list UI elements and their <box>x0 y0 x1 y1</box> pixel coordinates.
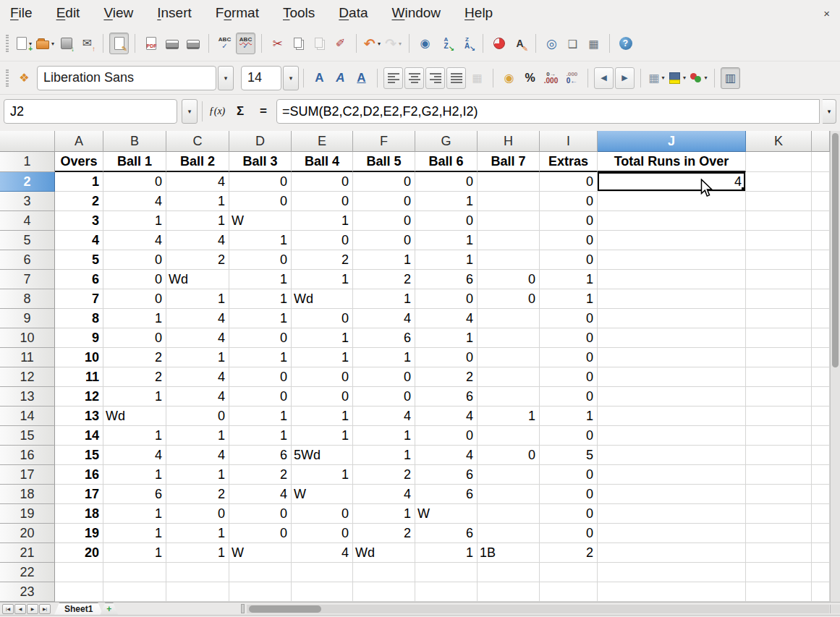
cell-I19[interactable]: 0 <box>540 504 598 524</box>
cell-B22[interactable] <box>103 563 166 582</box>
toolbar-grip[interactable] <box>6 69 9 87</box>
cell-I15[interactable]: 0 <box>540 426 598 446</box>
cell-I10[interactable]: 0 <box>540 328 598 348</box>
cell-K16[interactable] <box>746 446 812 465</box>
new-document-icon[interactable]: +▾ <box>14 33 34 54</box>
cell-E10[interactable]: 1 <box>292 328 353 348</box>
auto-spellcheck-icon[interactable]: ABC✓ <box>236 33 255 54</box>
cell-partial15[interactable] <box>812 426 830 446</box>
column-header-I[interactable]: I <box>540 131 598 152</box>
row-header-16[interactable]: 16 <box>0 446 55 465</box>
cell-H19[interactable] <box>478 504 540 524</box>
cell-D11[interactable]: 1 <box>229 348 292 367</box>
cell-I3[interactable]: 0 <box>540 192 598 211</box>
cell-J23[interactable] <box>598 582 746 602</box>
column-header-D[interactable]: D <box>229 131 292 152</box>
cell-D1[interactable]: Ball 3 <box>229 152 292 172</box>
cell-partial17[interactable] <box>812 465 830 485</box>
cell-F13[interactable]: 0 <box>353 387 415 407</box>
menu-edit[interactable]: Edit <box>56 5 80 21</box>
cell-I21[interactable]: 2 <box>540 543 598 563</box>
cell-partial8[interactable] <box>812 289 830 309</box>
menu-view[interactable]: View <box>103 5 133 21</box>
cell-J12[interactable] <box>598 367 746 387</box>
cell-E16[interactable]: 5Wd <box>292 446 353 465</box>
cell-H21[interactable]: 1B <box>478 543 540 563</box>
cell-D8[interactable]: 1 <box>229 289 292 309</box>
cell-K10[interactable] <box>746 328 812 348</box>
cell-H22[interactable] <box>478 563 540 582</box>
cell-A17[interactable]: 16 <box>55 465 103 485</box>
cell-E5[interactable]: 0 <box>292 231 353 250</box>
edit-file-icon[interactable]: ✎ <box>109 33 129 54</box>
cell-B15[interactable]: 1 <box>103 426 166 446</box>
cell-D20[interactable]: 0 <box>229 524 292 543</box>
cell-A11[interactable]: 10 <box>55 348 103 367</box>
cell-K12[interactable] <box>746 367 812 387</box>
cell-G12[interactable]: 2 <box>415 367 478 387</box>
row-header-17[interactable]: 17 <box>0 465 55 485</box>
cell-H8[interactable]: 0 <box>478 289 540 309</box>
font-color-icon[interactable]: ▾ <box>689 67 708 89</box>
cell-C15[interactable]: 1 <box>166 426 229 446</box>
cell-K18[interactable] <box>746 485 812 504</box>
sum-icon[interactable]: Σ <box>230 101 250 122</box>
cell-C5[interactable]: 4 <box>166 231 229 250</box>
cell-F7[interactable]: 2 <box>353 270 415 289</box>
cell-E20[interactable]: 0 <box>292 524 353 543</box>
cell-E19[interactable]: 0 <box>292 504 353 524</box>
cell-B2[interactable]: 0 <box>103 172 166 192</box>
cell-G15[interactable]: 0 <box>415 426 478 446</box>
save-icon[interactable]: ↓ <box>56 33 76 54</box>
cell-E13[interactable]: 0 <box>292 387 353 407</box>
cell-G1[interactable]: Ball 6 <box>415 152 478 172</box>
cell-J8[interactable] <box>598 289 746 309</box>
undo-icon-dropdown[interactable]: ▾ <box>378 41 381 47</box>
row-header-7[interactable]: 7 <box>0 270 55 289</box>
sheet-tab-sheet1[interactable]: Sheet1 <box>54 603 103 615</box>
row-header-18[interactable]: 18 <box>0 485 55 504</box>
cell-K9[interactable] <box>746 309 812 328</box>
cell-I20[interactable]: 0 <box>540 524 598 543</box>
cell-H1[interactable]: Ball 7 <box>478 152 540 172</box>
cell-J4[interactable] <box>598 211 746 231</box>
cell-partial16[interactable] <box>812 446 830 465</box>
cell-C17[interactable]: 1 <box>166 465 229 485</box>
cell-G16[interactable]: 4 <box>415 446 478 465</box>
cell-C1[interactable]: Ball 2 <box>166 152 229 172</box>
cell-J3[interactable] <box>598 192 746 211</box>
cell-C18[interactable]: 2 <box>166 485 229 504</box>
cell-partial22[interactable] <box>812 563 830 582</box>
cell-F18[interactable]: 4 <box>353 485 415 504</box>
cell-C3[interactable]: 1 <box>166 192 229 211</box>
chart-icon[interactable] <box>489 33 509 54</box>
cell-C20[interactable]: 1 <box>166 524 229 543</box>
cell-K4[interactable] <box>746 211 812 231</box>
menu-tools[interactable]: Tools <box>283 5 315 21</box>
cell-D2[interactable]: 0 <box>229 172 292 192</box>
data-sources-icon[interactable]: ▦ <box>584 33 603 54</box>
cell-E7[interactable]: 1 <box>292 270 353 289</box>
cell-K15[interactable] <box>746 426 812 446</box>
cell-D15[interactable]: 1 <box>229 426 292 446</box>
cell-A16[interactable]: 15 <box>55 446 103 465</box>
cell-J5[interactable] <box>598 231 746 250</box>
delete-decimal-icon[interactable]: .0000← <box>562 67 582 89</box>
cell-H4[interactable] <box>478 211 540 231</box>
formula-input[interactable] <box>276 99 820 124</box>
align-right-icon[interactable] <box>425 67 445 89</box>
print-preview-icon[interactable]: ▫ <box>183 33 203 54</box>
row-header-13[interactable]: 13 <box>0 387 55 407</box>
cell-A5[interactable]: 4 <box>55 231 103 250</box>
cell-I4[interactable]: 0 <box>540 211 598 231</box>
cell-H7[interactable]: 0 <box>478 270 540 289</box>
select-all-corner[interactable] <box>0 131 55 152</box>
open-folder-icon[interactable]: ▾ <box>35 33 55 54</box>
name-box[interactable] <box>4 99 177 124</box>
cell-H15[interactable] <box>478 426 540 446</box>
sort-ascending-icon[interactable]: AZ↘ <box>436 33 456 54</box>
cell-K21[interactable] <box>746 543 812 563</box>
cell-B13[interactable]: 1 <box>103 387 166 407</box>
cell-C11[interactable]: 1 <box>166 348 229 367</box>
cell-H6[interactable] <box>478 250 540 270</box>
